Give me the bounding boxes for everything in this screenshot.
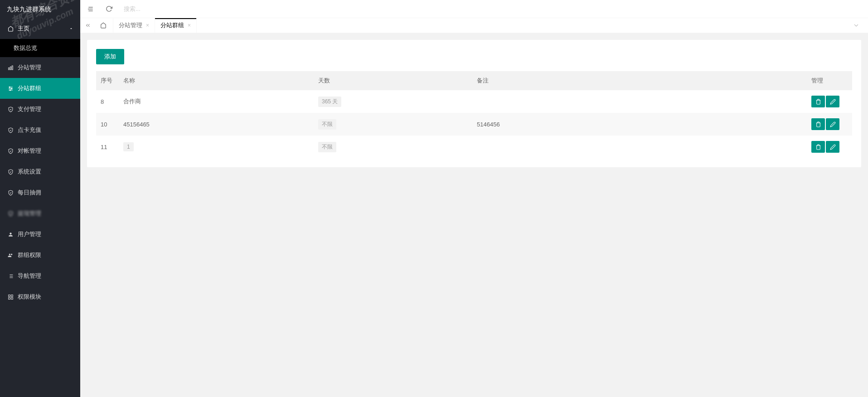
sidebar-item-substation[interactable]: 分站管理	[0, 57, 80, 78]
sidebar-item-perm-module[interactable]: 权限模块	[0, 286, 80, 307]
days-badge: 365 天	[318, 97, 341, 107]
cell-name: 1	[119, 136, 314, 158]
shield-icon	[7, 210, 14, 217]
tab-group[interactable]: 分站群组 ×	[155, 18, 197, 33]
cell-name: 合作商	[119, 90, 314, 113]
cell-manage	[807, 113, 852, 136]
users-icon	[7, 252, 14, 259]
chevron-up-icon	[69, 26, 73, 31]
sidebar: 九块九进群系统 主页 数据总览 分站管理	[0, 0, 80, 397]
sidebar-item-nav-manage[interactable]: 导航管理	[0, 266, 80, 286]
sidebar-item-group-perm[interactable]: 群组权限	[0, 245, 80, 266]
cell-days: 不限	[314, 136, 472, 158]
nav-label: 点卡充值	[18, 120, 41, 140]
refresh-icon[interactable]	[106, 5, 112, 12]
sliders-icon	[7, 85, 14, 92]
sidebar-item-home[interactable]: 主页	[0, 18, 80, 39]
edit-icon	[830, 99, 836, 105]
tab-label: 分站群组	[160, 21, 184, 29]
tabs-bar: 分站管理 × 分站群组 ×	[80, 18, 868, 33]
nav-label: 用户管理	[18, 224, 41, 245]
nav-label: 系统设置	[18, 161, 41, 182]
delete-button[interactable]	[811, 96, 825, 107]
content-card: 添加 序号 名称 天数 备注 管理 8	[87, 40, 861, 167]
sidebar-item-withdraw[interactable]: 提现管理	[0, 203, 80, 224]
svg-rect-1	[10, 67, 11, 70]
cell-days: 不限	[314, 113, 472, 136]
user-icon	[7, 231, 14, 238]
cell-seq: 10	[96, 113, 119, 136]
tab-label: 分站管理	[119, 21, 142, 29]
sidebar-item-users[interactable]: 用户管理	[0, 224, 80, 245]
shield-icon	[7, 106, 14, 113]
nav-label: 导航管理	[18, 266, 41, 286]
svg-rect-0	[8, 68, 9, 69]
search-input[interactable]	[124, 5, 214, 12]
nav-label: 数据总览	[14, 39, 37, 57]
edit-icon	[830, 121, 836, 127]
home-icon	[7, 25, 14, 32]
svg-point-7	[11, 88, 12, 89]
table-row: 8 合作商 365 天	[96, 90, 852, 113]
sidebar-item-daily[interactable]: 每日抽佣	[0, 182, 80, 203]
days-badge: 不限	[318, 119, 336, 130]
nav-label: 提现管理	[18, 203, 41, 224]
sidebar-subitem-dashboard[interactable]: 数据总览	[0, 39, 80, 57]
menu-toggle-icon[interactable]	[87, 5, 94, 13]
svg-rect-15	[8, 295, 10, 296]
trash-icon	[815, 144, 821, 150]
tab-dropdown-icon[interactable]	[849, 22, 863, 29]
svg-rect-2	[12, 66, 13, 70]
nav-label: 主页	[18, 18, 29, 39]
shield-icon	[7, 147, 14, 155]
th-name: 名称	[119, 71, 314, 90]
nav-label: 群组权限	[18, 245, 41, 266]
trash-icon	[815, 121, 821, 127]
cell-note	[472, 136, 807, 158]
table-row: 11 1 不限	[96, 136, 852, 158]
cell-manage	[807, 136, 852, 158]
add-button[interactable]: 添加	[96, 49, 124, 64]
cell-seq: 8	[96, 90, 119, 113]
close-icon[interactable]: ×	[146, 22, 149, 29]
shield-icon	[7, 168, 14, 175]
edit-button[interactable]	[826, 118, 839, 130]
list-icon	[7, 272, 14, 280]
cell-note: 5146456	[472, 113, 807, 136]
home-icon	[100, 22, 107, 29]
svg-rect-17	[11, 297, 13, 299]
sidebar-item-settings[interactable]: 系统设置	[0, 161, 80, 182]
cell-note	[472, 90, 807, 113]
shield-icon	[7, 189, 14, 196]
sidebar-item-group[interactable]: 分站群组	[0, 78, 80, 99]
th-manage: 管理	[807, 71, 852, 90]
sidebar-item-recharge[interactable]: 点卡充值	[0, 120, 80, 140]
nav-label: 分站管理	[18, 57, 41, 78]
nav-label: 分站群组	[18, 78, 41, 99]
edit-button[interactable]	[826, 96, 839, 107]
cell-seq: 11	[96, 136, 119, 158]
th-seq: 序号	[96, 71, 119, 90]
delete-button[interactable]	[811, 118, 825, 130]
close-icon[interactable]: ×	[188, 22, 191, 29]
th-note: 备注	[472, 71, 807, 90]
app-title: 九块九进群系统	[0, 0, 80, 18]
svg-point-8	[10, 89, 10, 90]
tab-substation[interactable]: 分站管理 ×	[113, 18, 155, 33]
th-days: 天数	[314, 71, 472, 90]
nav-label: 支付管理	[18, 99, 41, 120]
bar-chart-icon	[7, 64, 14, 71]
tab-home[interactable]	[94, 18, 113, 33]
header	[80, 0, 868, 18]
tab-scroll-left-icon[interactable]	[85, 22, 91, 29]
data-table: 序号 名称 天数 备注 管理 8 合作商 365 天	[96, 71, 852, 158]
delete-button[interactable]	[811, 141, 825, 153]
edit-button[interactable]	[826, 141, 839, 153]
nav-label: 每日抽佣	[18, 182, 41, 203]
sidebar-item-reconcile[interactable]: 对帐管理	[0, 140, 80, 161]
svg-rect-18	[8, 297, 10, 299]
days-badge: 不限	[318, 142, 336, 152]
trash-icon	[815, 99, 821, 105]
grid-icon	[7, 293, 14, 300]
sidebar-item-payment[interactable]: 支付管理	[0, 99, 80, 120]
